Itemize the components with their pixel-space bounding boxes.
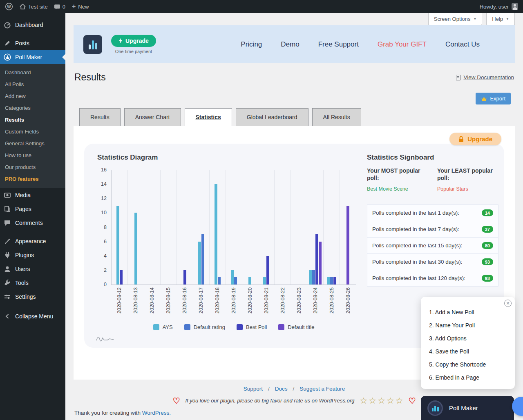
sidebar-collapse-menu[interactable]: Collapse Menu xyxy=(0,309,65,323)
y-tick-label: 12 xyxy=(101,196,107,201)
bar-ays xyxy=(134,213,137,284)
submenu-item-custom-fields[interactable]: Custom Fields xyxy=(0,126,65,138)
chart-plot: 0246810121416 2020-08-122020-08-132020-0… xyxy=(111,170,356,285)
star-icon[interactable]: ☆ xyxy=(378,396,385,405)
screen-options-button[interactable]: Screen Options ▼ xyxy=(428,13,483,25)
poll-maker-footer-card[interactable]: Poll Maker xyxy=(421,396,514,420)
submenu-item-dashboard[interactable]: Dashboard xyxy=(0,67,65,78)
signboard-row-label: Polls completed in the last 15 day(s): xyxy=(372,242,463,249)
sidebar-item-plugins[interactable]: Plugins xyxy=(0,248,65,262)
submenu-item-categories[interactable]: Categories xyxy=(0,102,65,114)
submenu-item-how-to-use[interactable]: How to use xyxy=(0,149,65,161)
banner-upgrade-button[interactable]: Upgrade xyxy=(111,35,156,47)
most-popular-label: Your MOST popular poll: xyxy=(367,167,428,182)
wordpress-logo-icon[interactable]: W xyxy=(5,2,13,11)
poll-maker-brand-label: Poll Maker xyxy=(449,404,478,411)
tab-answer-chart[interactable]: Answer Chart xyxy=(124,108,181,126)
logo-bar xyxy=(92,40,94,49)
star-icon[interactable]: ☆ xyxy=(360,396,367,405)
close-icon[interactable]: ✕ xyxy=(504,300,512,307)
y-tick-label: 0 xyxy=(104,282,107,287)
x-tick-label: 2020-08-26 xyxy=(345,287,351,313)
x-tick-label: 2020-08-12 xyxy=(116,287,122,313)
sidebar-item-label: Appearance xyxy=(15,238,46,244)
sidebar-item-posts[interactable]: Posts xyxy=(0,36,65,50)
banner-link-contact-us[interactable]: Contact Us xyxy=(445,40,480,49)
menu-separator xyxy=(0,230,65,234)
sidebar-item-label: Dashboard xyxy=(15,22,43,28)
count-badge: 80 xyxy=(482,242,493,249)
step-item: 3. Add Options xyxy=(427,332,509,345)
howdy-label[interactable]: Howdy, user xyxy=(480,4,509,10)
step-item: 1. Add a New Poll xyxy=(427,306,509,319)
one-time-payment-label: One-time payment xyxy=(115,49,152,54)
signboard-title: Statistics Signboard xyxy=(367,153,498,162)
rate-us-text: If you love our plugin, please do big fa… xyxy=(185,398,354,404)
poll-maker-circle-logo xyxy=(427,400,443,416)
signboard-row: Polls completed in the last 120 day(s):9… xyxy=(367,270,498,287)
plugin-banner: Upgrade One-time payment PricingDemoFree… xyxy=(74,25,515,63)
sidebar-item-appearance[interactable]: Appearance xyxy=(0,234,65,248)
submenu-item-add-new[interactable]: Add new xyxy=(0,90,65,102)
sidebar-item-settings[interactable]: Settings xyxy=(0,290,65,304)
signboard-row: Polls completed in the last 15 day(s):80 xyxy=(367,237,498,254)
star-icon[interactable]: ☆ xyxy=(387,396,394,405)
sidebar-item-media[interactable]: Media xyxy=(0,188,65,202)
submenu-item-our-products[interactable]: Our products xyxy=(0,161,65,173)
footer-link-support[interactable]: Support xyxy=(244,386,263,392)
admin-bar: W Test site 0 + New Howdy, user xyxy=(0,0,523,13)
panel-upgrade-button[interactable]: Upgrade xyxy=(449,133,501,145)
admin-bar-new[interactable]: + New xyxy=(72,3,89,10)
tab-all-results[interactable]: All Results xyxy=(312,108,361,126)
page-head: Results View Documentation xyxy=(65,63,523,83)
sidebar-item-label: Comments xyxy=(15,220,43,226)
help-button[interactable]: Help ▼ xyxy=(486,13,515,25)
user-avatar[interactable] xyxy=(512,3,518,10)
star-icon[interactable]: ☆ xyxy=(369,396,376,405)
signboard-row-label: Polls completed in the last 7 day(s): xyxy=(372,226,459,232)
bar-best-poll xyxy=(266,256,269,284)
bar-best-poll xyxy=(315,234,318,284)
new-label: New xyxy=(78,4,89,10)
footer-link-suggest-a-feature[interactable]: Suggest a Feature xyxy=(299,386,345,392)
sidebar-item-dashboard[interactable]: Dashboard xyxy=(0,18,65,32)
submenu-item-results[interactable]: Results xyxy=(0,114,65,126)
x-tick-label: 2020-08-24 xyxy=(313,287,318,313)
wordpress-link[interactable]: WordPress. xyxy=(142,410,171,416)
legend-item-ays: AYS xyxy=(153,324,173,330)
submenu-item-general-settings[interactable]: General Settings xyxy=(0,138,65,149)
footer-link-docs[interactable]: Docs xyxy=(275,386,288,392)
sidebar-item-pages[interactable]: Pages xyxy=(0,202,65,216)
admin-bar-comments[interactable]: 0 xyxy=(54,4,65,10)
x-tick-label: 2020-08-15 xyxy=(165,287,171,313)
banner-link-demo[interactable]: Demo xyxy=(281,40,299,49)
step-item: 4. Save the Poll xyxy=(427,345,509,358)
admin-bar-site-name[interactable]: Test site xyxy=(20,4,48,10)
sidebar-item-comments[interactable]: Comments xyxy=(0,216,65,230)
y-tick-label: 4 xyxy=(104,253,107,259)
chart-column: 2020-08-18 xyxy=(210,170,226,284)
tab-statistics[interactable]: Statistics xyxy=(185,108,232,126)
comments-bubble-icon xyxy=(54,4,60,9)
submenu-item-pro-features[interactable]: PRO features xyxy=(0,173,65,185)
export-button[interactable]: Export xyxy=(476,93,511,104)
banner-link-pricing[interactable]: Pricing xyxy=(241,40,262,49)
poll-maker-logo xyxy=(83,35,102,54)
banner-link-grab-your-gift[interactable]: Grab Your GIFT xyxy=(378,40,427,49)
sidebar-item-poll-maker[interactable]: Poll Maker xyxy=(0,50,65,64)
bar-group xyxy=(248,170,252,284)
tab-results[interactable]: Results xyxy=(79,108,121,126)
star-icon[interactable]: ☆ xyxy=(396,396,403,405)
submenu-item-all-polls[interactable]: All Polls xyxy=(0,78,65,90)
banner-link-free-support[interactable]: Free Support xyxy=(318,40,359,49)
bar-default-rating xyxy=(201,234,204,284)
most-popular-column: Your MOST popular poll: Best Movie Scene xyxy=(367,167,428,192)
tab-global-leaderboard[interactable]: Global Leaderboard xyxy=(236,108,308,126)
signboard-table: Polls completed in the last 1 day(s):14P… xyxy=(367,204,498,287)
link-separator: / xyxy=(293,386,294,392)
sidebar-item-tools[interactable]: Tools xyxy=(0,276,65,290)
view-documentation-link[interactable]: View Documentation xyxy=(456,74,514,80)
chart-column: 2020-08-20 xyxy=(242,170,259,284)
sidebar-item-label: Poll Maker xyxy=(15,54,42,60)
sidebar-item-users[interactable]: Users xyxy=(0,262,65,276)
